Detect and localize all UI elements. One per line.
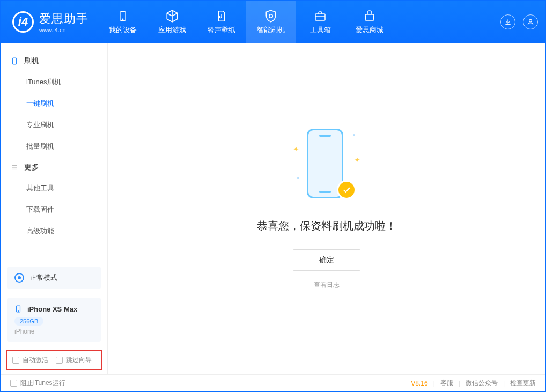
wechat-link[interactable]: 微信公众号	[466, 379, 498, 388]
dot-icon	[353, 134, 355, 136]
checkbox-icon	[10, 380, 17, 387]
sidebar-item-oneclick-flash[interactable]: 一键刷机	[1, 93, 107, 114]
device-mode-card[interactable]: 正常模式	[7, 267, 101, 289]
top-tabs: 我的设备 应用游戏 铃声壁纸 智能刷机 工具箱 爱思商城	[98, 1, 394, 43]
checkbox-icon	[12, 357, 19, 364]
logo-icon: i4	[12, 11, 34, 33]
list-icon	[10, 163, 19, 172]
success-title: 恭喜您，保资料刷机成功啦！	[257, 219, 396, 233]
svg-point-17	[18, 311, 18, 312]
sidebar-item-pro-flash[interactable]: 专业刷机	[1, 114, 107, 136]
sidebar-item-itunes-flash[interactable]: iTunes刷机	[1, 71, 107, 93]
account-button[interactable]	[523, 14, 538, 29]
sidebar-item-download-firmware[interactable]: 下载固件	[1, 199, 107, 220]
store-icon	[363, 9, 377, 23]
device-type: iPhone	[14, 328, 93, 335]
sidebar-item-other-tools[interactable]: 其他工具	[1, 177, 107, 199]
sparkle-icon: ✦	[293, 145, 299, 153]
device-card[interactable]: iPhone XS Max 256GB iPhone	[7, 298, 101, 342]
sidebar-group-flash: 刷机	[1, 51, 107, 71]
svg-point-11	[529, 19, 532, 22]
checkbox-block-itunes[interactable]: 阻止iTunes运行	[10, 379, 65, 388]
svg-rect-10	[315, 14, 325, 20]
check-update-link[interactable]: 检查更新	[510, 379, 536, 388]
phone-small-icon	[14, 304, 22, 314]
sidebar-group-more: 更多	[1, 157, 107, 177]
body: 刷机 iTunes刷机 一键刷机 专业刷机 批量刷机 更多 其他工具 下载固件 …	[1, 43, 545, 374]
tab-toolbox[interactable]: 工具箱	[296, 1, 345, 43]
device-mode-label: 正常模式	[29, 273, 57, 283]
mode-icon	[14, 273, 24, 283]
sidebar: 刷机 iTunes刷机 一键刷机 专业刷机 批量刷机 更多 其他工具 下载固件 …	[1, 43, 108, 374]
checkbox-icon	[56, 357, 63, 364]
tab-ringtones-wallpapers[interactable]: 铃声壁纸	[197, 1, 246, 43]
sidebar-item-batch-flash[interactable]: 批量刷机	[1, 136, 107, 157]
success-illustration: ✦ ✦	[297, 129, 356, 204]
logo: i4 爱思助手 www.i4.cn	[1, 1, 98, 43]
tab-smart-flash[interactable]: 智能刷机	[246, 1, 296, 43]
checkbox-skip-guide[interactable]: 跳过向导	[56, 356, 92, 365]
tab-store[interactable]: 爱思商城	[345, 1, 394, 43]
dot-icon	[297, 177, 299, 179]
ok-button[interactable]: 确定	[293, 249, 360, 271]
main-content: ✦ ✦ 恭喜您，保资料刷机成功啦！ 确定 查看日志	[108, 43, 545, 374]
device-storage-badge: 256GB	[14, 317, 43, 326]
music-file-icon	[215, 9, 228, 23]
svg-rect-12	[13, 58, 17, 64]
download-button[interactable]	[500, 14, 515, 29]
header-right	[500, 1, 545, 43]
app-window: i4 爱思助手 www.i4.cn 我的设备 应用游戏 铃声壁纸 智能刷机	[0, 0, 546, 392]
sidebar-item-advanced[interactable]: 高级功能	[1, 220, 107, 242]
tab-apps-games[interactable]: 应用游戏	[147, 1, 197, 43]
options-highlight-box: 自动激活 跳过向导	[6, 350, 102, 370]
svg-point-9	[122, 19, 123, 20]
support-link[interactable]: 客服	[440, 379, 453, 388]
check-badge-icon	[337, 180, 356, 199]
app-name: 爱思助手	[39, 11, 88, 27]
version-label: V8.16	[411, 380, 427, 387]
footer-bar: 阻止iTunes运行 V8.16 | 客服 | 微信公众号 | 检查更新	[1, 374, 545, 391]
header-bar: i4 爱思助手 www.i4.cn 我的设备 应用游戏 铃声壁纸 智能刷机	[1, 1, 545, 43]
cube-icon	[165, 9, 179, 23]
phone-outline-icon	[10, 57, 19, 65]
view-log-link[interactable]: 查看日志	[314, 280, 340, 290]
checkbox-auto-activate[interactable]: 自动激活	[12, 356, 48, 365]
shield-refresh-icon	[264, 9, 278, 23]
app-url: www.i4.cn	[39, 27, 88, 33]
toolbox-icon	[313, 9, 327, 23]
device-icon	[116, 9, 130, 23]
device-name: iPhone XS Max	[27, 305, 77, 313]
sparkle-icon: ✦	[354, 156, 360, 164]
tab-my-device[interactable]: 我的设备	[98, 1, 147, 43]
